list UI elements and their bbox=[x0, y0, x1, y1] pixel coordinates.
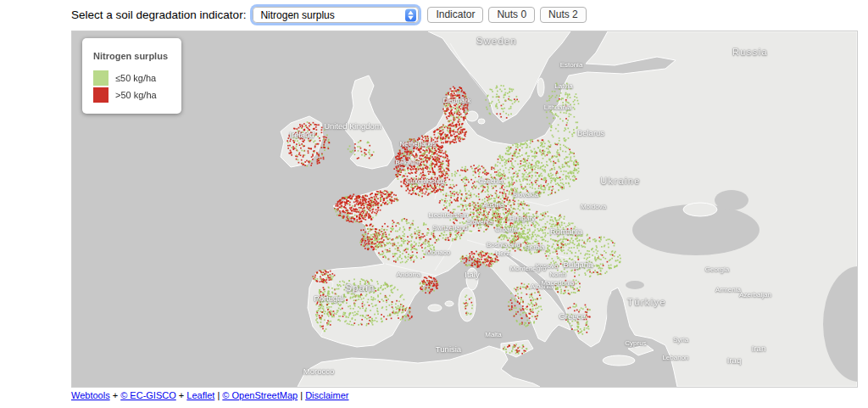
link--ec-gisco[interactable]: © EC-GISCO bbox=[120, 390, 176, 400]
legend-item: >50 kg/ha bbox=[93, 87, 168, 103]
toolbar: Select a soil degradation indicator: Nit… bbox=[71, 5, 587, 25]
nuts2-button[interactable]: Nuts 2 bbox=[540, 7, 587, 23]
indicator-select-value: Nitrogen surplus bbox=[260, 9, 402, 21]
link-leaflet[interactable]: Leaflet bbox=[186, 390, 214, 400]
footer-separator: | bbox=[298, 390, 305, 400]
indicator-select[interactable]: Nitrogen surplus bbox=[253, 7, 419, 23]
link-disclaimer[interactable]: Disclaimer bbox=[305, 390, 348, 400]
page: Select a soil degradation indicator: Nit… bbox=[0, 0, 868, 408]
legend-items: ≤50 kg/ha>50 kg/ha bbox=[93, 70, 168, 103]
select-stepper-icon bbox=[405, 8, 416, 21]
footer-separator: | bbox=[214, 390, 222, 400]
map-legend: Nitrogen surplus ≤50 kg/ha>50 kg/ha bbox=[82, 38, 181, 114]
legend-swatch-0 bbox=[93, 70, 108, 86]
toolbar-buttons: IndicatorNuts 0Nuts 2 bbox=[427, 7, 586, 23]
legend-swatch-1 bbox=[93, 87, 108, 103]
attribution-footer: Webtools + © EC-GISCO + Leaflet | © Open… bbox=[71, 390, 348, 400]
indicator-select-label: Select a soil degradation indicator: bbox=[71, 8, 246, 21]
indicator-button[interactable]: Indicator bbox=[427, 7, 483, 23]
nuts0-button[interactable]: Nuts 0 bbox=[488, 7, 535, 23]
link-webtools[interactable]: Webtools bbox=[71, 390, 110, 400]
legend-item-label: ≤50 kg/ha bbox=[115, 73, 156, 83]
map-container[interactable]: SwedenRussiaEstoniaLatviaLithuaniaBelaru… bbox=[71, 31, 858, 388]
data-dots-layer bbox=[72, 31, 857, 387]
link--openstreetmap[interactable]: © OpenStreetMap bbox=[222, 390, 298, 400]
footer-separator: + bbox=[176, 390, 187, 400]
footer-separator: + bbox=[110, 390, 121, 400]
legend-item: ≤50 kg/ha bbox=[93, 70, 168, 86]
legend-title: Nitrogen surplus bbox=[93, 51, 168, 61]
legend-item-label: >50 kg/ha bbox=[115, 90, 157, 100]
